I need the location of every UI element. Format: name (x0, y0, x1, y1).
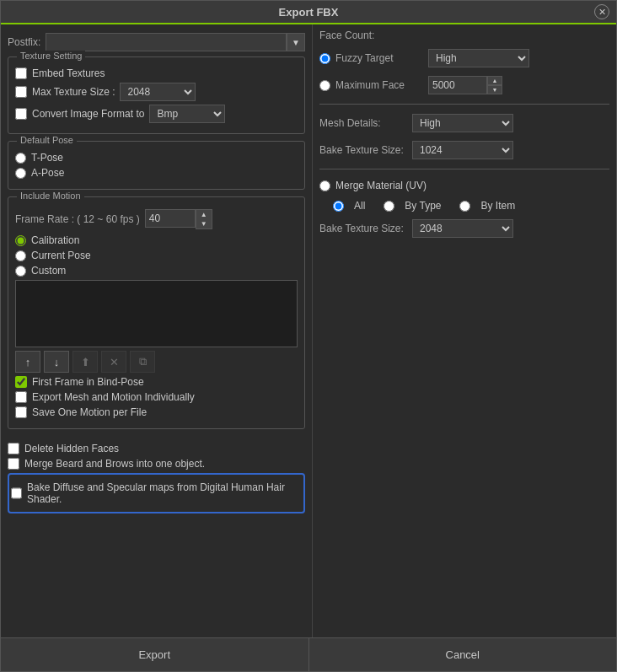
a-pose-row: A-Pose (15, 167, 298, 179)
frame-rate-label: Frame Rate : ( 12 ~ 60 fps ) (15, 213, 140, 225)
merge-material-row: Merge Material (UV) (319, 180, 609, 191)
motion-copy-btn[interactable]: ⧉ (130, 351, 155, 373)
current-pose-radio[interactable] (15, 250, 26, 261)
convert-image-dropdown[interactable]: Bmp Png Jpg (149, 105, 225, 123)
merge-beard-label: Merge Beard and Brows into one object. (24, 458, 205, 470)
dialog-title: Export FBX (279, 6, 339, 19)
bottom-checkboxes: Delete Hidden Faces Merge Beard and Brow… (8, 439, 305, 516)
include-motion-group: Include Motion Frame Rate : ( 12 ~ 60 fp… (8, 196, 305, 429)
fuzzy-target-label: Fuzzy Target (335, 52, 428, 64)
mesh-details-label: Mesh Details: (319, 117, 412, 129)
texture-setting-label: Texture Setting (17, 51, 85, 61)
maximum-face-radio[interactable] (319, 80, 330, 91)
max-texture-size-dropdown[interactable]: 512 2048 4096 (120, 83, 196, 101)
bake-texture-size2-label: Bake Texture Size: (319, 223, 412, 234)
save-motion-label: Save One Motion per File (32, 406, 147, 418)
a-pose-label: A-Pose (31, 167, 64, 179)
motion-list (15, 280, 298, 347)
bake-texture-size2-row: Bake Texture Size: 512 1024 2048 4096 (319, 219, 609, 238)
close-button[interactable]: ✕ (594, 4, 609, 19)
default-pose-label: Default Pose (17, 135, 77, 145)
a-pose-radio[interactable] (15, 168, 26, 179)
t-pose-row: T-Pose (15, 152, 298, 164)
max-texture-size-row: Max Texture Size : 512 2048 4096 (15, 83, 298, 101)
bake-texture-size-label: Bake Texture Size: (319, 144, 412, 156)
convert-image-label: Convert Image Format to (32, 108, 144, 120)
max-texture-size-checkbox[interactable] (15, 86, 27, 98)
motion-down-btn[interactable]: ↓ (44, 351, 69, 373)
motion-up-btn[interactable]: ↑ (15, 351, 40, 373)
title-bar: Export FBX ✕ (1, 1, 616, 24)
merge-beard-checkbox[interactable] (8, 458, 19, 470)
postfix-label: Postfix: (8, 36, 40, 48)
max-texture-size-label: Max Texture Size : (32, 86, 115, 98)
embed-textures-checkbox[interactable] (15, 67, 27, 79)
embed-textures-row: Embed Textures (15, 67, 298, 79)
mesh-details-dropdown[interactable]: Low Medium High (412, 114, 513, 132)
frame-rate-input[interactable] (145, 209, 196, 228)
footer: Export Cancel (1, 637, 616, 671)
export-button[interactable]: Export (1, 638, 309, 671)
export-fbx-dialog: Export FBX ✕ Postfix: ▼ Texture Setting … (0, 0, 617, 672)
maximum-face-row: Maximum Face ▲ ▼ (319, 76, 609, 94)
motion-toolbar: ↑ ↓ ⬆ ✕ ⧉ (15, 351, 298, 373)
cancel-button[interactable]: Cancel (309, 638, 617, 671)
fuzzy-target-radio[interactable] (319, 53, 330, 64)
first-frame-checkbox[interactable] (15, 376, 27, 388)
default-pose-group: Default Pose T-Pose A-Pose (8, 141, 305, 190)
fuzzy-target-dropdown[interactable]: Low Medium High (428, 49, 529, 67)
by-item-label: By Item (480, 200, 515, 212)
bake-texture-size-dropdown[interactable]: 512 1024 2048 4096 (412, 141, 513, 159)
merge-material-radio[interactable] (319, 180, 330, 191)
embed-textures-label: Embed Textures (32, 67, 105, 79)
face-count-label: Face Count: (319, 30, 609, 41)
frame-rate-row: Frame Rate : ( 12 ~ 60 fps ) ▲ ▼ (15, 209, 298, 229)
merge-beard-row: Merge Beard and Brows into one object. (8, 458, 305, 470)
maximum-face-spin: ▲ ▼ (428, 76, 502, 94)
merge-material-label: Merge Material (UV) (335, 180, 427, 191)
fuzzy-target-row: Fuzzy Target Low Medium High (319, 49, 609, 67)
postfix-row: Postfix: ▼ (8, 33, 305, 51)
custom-radio[interactable] (15, 266, 26, 277)
bake-texture-size2-dropdown[interactable]: 512 1024 2048 4096 (412, 219, 513, 238)
maximum-face-down-btn[interactable]: ▼ (487, 85, 502, 94)
maximum-face-spin-btns: ▲ ▼ (487, 76, 502, 94)
bake-checkbox[interactable] (11, 487, 22, 499)
frame-rate-up-btn[interactable]: ▲ (196, 210, 212, 219)
delete-hidden-checkbox[interactable] (8, 443, 19, 454)
export-mesh-checkbox[interactable] (15, 391, 27, 403)
all-label: All (354, 200, 365, 212)
bake-highlighted-area: Bake Diffuse and Specular maps from Digi… (8, 473, 305, 513)
custom-row: Custom (15, 265, 298, 277)
t-pose-radio[interactable] (15, 153, 26, 164)
frame-rate-spin-btns: ▲ ▼ (196, 209, 212, 229)
export-mesh-row: Export Mesh and Motion Individually (15, 391, 298, 403)
export-mesh-label: Export Mesh and Motion Individually (32, 391, 195, 403)
save-motion-checkbox[interactable] (15, 406, 27, 418)
by-type-radio[interactable] (384, 201, 394, 212)
maximum-face-input[interactable] (428, 76, 487, 94)
all-radio[interactable] (333, 201, 344, 212)
maximum-face-up-btn[interactable]: ▲ (487, 76, 502, 85)
merge-radio-group: All By Type By Item (333, 200, 609, 212)
texture-setting-group: Texture Setting Embed Textures Max Textu… (8, 56, 305, 134)
postfix-dropdown-btn[interactable]: ▼ (287, 33, 305, 51)
maximum-face-label: Maximum Face (335, 79, 428, 91)
current-pose-row: Current Pose (15, 250, 298, 261)
motion-import-btn[interactable]: ⬆ (72, 351, 98, 373)
postfix-input[interactable] (46, 33, 287, 51)
calibration-radio[interactable] (15, 235, 26, 246)
mesh-details-row: Mesh Details: Low Medium High (319, 114, 609, 132)
convert-image-row: Convert Image Format to Bmp Png Jpg (15, 105, 298, 123)
frame-rate-down-btn[interactable]: ▼ (196, 219, 212, 228)
by-item-radio[interactable] (459, 201, 470, 212)
first-frame-row: First Frame in Bind-Pose (15, 376, 298, 388)
convert-image-checkbox[interactable] (15, 108, 27, 120)
right-panel: Face Count: Fuzzy Target Low Medium High… (313, 24, 616, 637)
motion-delete-btn[interactable]: ✕ (101, 351, 126, 373)
separator-1 (319, 104, 609, 105)
delete-hidden-label: Delete Hidden Faces (24, 443, 119, 454)
first-frame-label: First Frame in Bind-Pose (32, 376, 144, 388)
include-motion-label: Include Motion (17, 191, 84, 201)
bake-label: Bake Diffuse and Specular maps from Digi… (27, 481, 302, 505)
